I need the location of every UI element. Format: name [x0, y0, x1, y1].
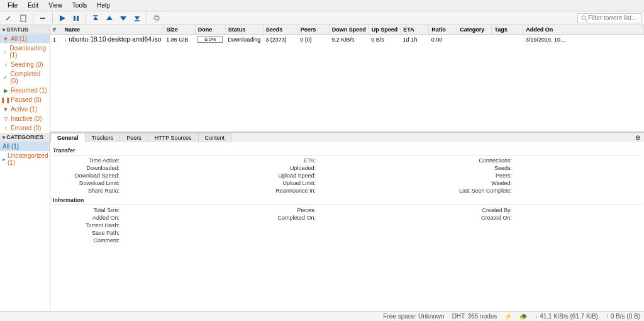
search-box[interactable] [577, 13, 641, 23]
cell-peers: 0 (0) [297, 35, 329, 45]
col-seeds[interactable]: Seeds [263, 25, 297, 35]
col-up[interactable]: Up Speed [369, 25, 401, 35]
sidebar-item-paused[interactable]: ❚❚Paused (0) [0, 95, 50, 104]
cell-done: 0.0% [195, 35, 225, 45]
label-download-speed: Download Speed: [53, 172, 122, 179]
menu-file[interactable]: File [3, 1, 23, 10]
cell-ratio: 0.00 [429, 35, 457, 45]
svg-marker-8 [120, 16, 126, 21]
sidebar-item-active[interactable]: ▼Active (1) [0, 104, 50, 114]
menu-view[interactable]: View [43, 1, 67, 10]
collapse-icon[interactable]: ⊖ [631, 133, 644, 142]
category-uncategorized[interactable]: ▸Uncategorized (1) [0, 151, 50, 167]
details-tabs: General Trackers Peers HTTP Sources Cont… [50, 133, 644, 142]
add-link-icon[interactable] [4, 13, 15, 24]
toolbar [0, 11, 644, 25]
label-last-seen: Last Seen Complete: [445, 188, 514, 194]
col-peers[interactable]: Peers [297, 25, 329, 35]
upload-icon: ↑ [606, 313, 609, 320]
col-name[interactable]: Name [62, 25, 164, 35]
col-eta[interactable]: ETA [401, 25, 429, 35]
sidebar-item-seeding[interactable]: ↑Seeding (0) [0, 60, 50, 69]
category-all[interactable]: All (1) [0, 142, 50, 151]
move-top-icon[interactable] [90, 13, 101, 24]
check-icon: ✓ [3, 74, 8, 81]
alt-speed-icon[interactable]: 🐢 [519, 313, 527, 320]
status-free-space[interactable]: Free space: Unknown [383, 313, 444, 320]
firewall-icon[interactable]: ⚡ [504, 313, 512, 320]
col-num[interactable]: # [50, 25, 62, 35]
cell-down: 9.2 KiB/s [329, 35, 369, 45]
menu-edit[interactable]: Edit [23, 1, 43, 10]
download-icon: ↓ [535, 313, 538, 320]
label-total-size: Total Size: [53, 207, 122, 213]
settings-icon[interactable] [151, 13, 162, 24]
filter-icon: ▽ [3, 116, 9, 122]
tab-content[interactable]: Content [198, 133, 232, 142]
label-added-on: Added On: [53, 215, 122, 221]
move-up-icon[interactable] [104, 13, 115, 24]
menu-help[interactable]: Help [92, 1, 115, 10]
label-torrent-hash: Torrent Hash: [53, 222, 122, 228]
status-down[interactable]: ↓ 41.1 KiB/s (61.7 KiB) [535, 313, 598, 320]
search-input[interactable] [588, 14, 638, 21]
label-completed-on: Completed On: [249, 215, 318, 221]
svg-line-14 [586, 20, 587, 21]
pause-icon[interactable] [70, 13, 82, 24]
label-upload-limit: Upload Limit: [249, 180, 318, 186]
move-down-icon[interactable] [118, 13, 129, 24]
col-tags[interactable]: Tags [492, 25, 523, 35]
tab-general[interactable]: General [50, 133, 86, 142]
statusbar: Free space: Unknown DHT: 365 nodes ⚡ 🐢 ↓… [0, 311, 644, 321]
remove-icon[interactable] [37, 13, 48, 24]
col-ratio[interactable]: Ratio [429, 25, 457, 35]
status-dht[interactable]: DHT: 365 nodes [452, 313, 497, 320]
col-status[interactable]: Status [225, 25, 263, 35]
play-icon: ▶ [3, 87, 9, 94]
svg-point-13 [582, 16, 586, 20]
cell-category [457, 35, 492, 45]
transfer-header: Transfer [53, 146, 641, 155]
add-file-icon[interactable] [18, 13, 29, 24]
label-eta: ETA: [249, 157, 318, 164]
move-bottom-icon[interactable] [131, 13, 143, 24]
svg-rect-3 [74, 16, 75, 21]
cell-num: 1 [50, 35, 62, 45]
sidebar-item-resumed[interactable]: ▶Resumed (1) [0, 86, 50, 95]
sidebar-item-inactive[interactable]: ▽Inactive (0) [0, 114, 50, 123]
cell-seeds: 3 (2373) [263, 35, 297, 45]
tab-trackers[interactable]: Trackers [85, 133, 121, 142]
sidebar-item-completed[interactable]: ✓Completed (0) [0, 69, 50, 86]
svg-rect-4 [77, 16, 79, 21]
status-up[interactable]: ↑ 0 B/s (0 B) [606, 313, 640, 320]
label-created-by: Created By: [445, 207, 514, 213]
col-down[interactable]: Down Speed [329, 25, 369, 35]
tab-peers[interactable]: Peers [119, 133, 148, 142]
label-pieces: Pieces: [249, 207, 318, 213]
col-done[interactable]: Done [195, 25, 225, 35]
tab-http[interactable]: HTTP Sources [148, 133, 199, 142]
label-comment: Comment: [53, 237, 122, 244]
col-size[interactable]: Size [164, 25, 195, 35]
label-download-limit: Download Limit: [53, 180, 122, 186]
resume-icon[interactable] [57, 13, 68, 24]
col-added[interactable]: Added On [523, 25, 644, 35]
label-upload-speed: Upload Speed: [249, 172, 318, 179]
sidebar-item-errored[interactable]: !Errored (0) [0, 123, 50, 133]
svg-marker-9 [135, 16, 140, 20]
categories-header[interactable]: CATEGORIES [0, 133, 50, 142]
sidebar-item-downloading[interactable]: ↓Downloading (1) [0, 43, 50, 60]
download-icon: ↓ [3, 48, 8, 55]
sidebar-item-all[interactable]: ▼All (1) [0, 34, 50, 43]
label-wasted: Wasted: [445, 180, 514, 186]
table-row[interactable]: 1 ↓ ubuntu-18.10-desktop-amd64.iso 1.86 … [50, 35, 644, 45]
pause-icon: ❚❚ [3, 97, 9, 103]
label-share-ratio: Share Ratio: [53, 188, 122, 194]
svg-point-11 [155, 16, 158, 20]
col-category[interactable]: Category [457, 25, 492, 35]
svg-marker-7 [106, 16, 113, 20]
status-header[interactable]: STATUS [0, 25, 50, 34]
folder-icon: ▸ [3, 156, 6, 162]
details-panel: General Trackers Peers HTTP Sources Cont… [50, 132, 644, 311]
menu-tools[interactable]: Tools [67, 1, 92, 10]
